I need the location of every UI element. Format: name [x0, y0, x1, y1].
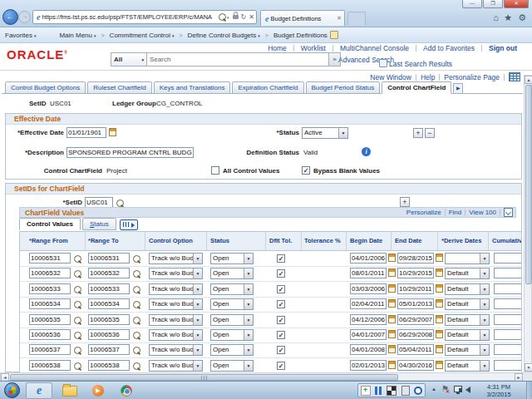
- control-option-select[interactable]: Track w/o Budg▼: [149, 329, 203, 341]
- main-menu[interactable]: Main Menu▾: [59, 32, 96, 39]
- control-option-select[interactable]: Track w/o Budg▼: [149, 314, 203, 326]
- worklist-link[interactable]: Worklist: [301, 44, 326, 52]
- bypass-blank-values-checkbox[interactable]: ✓: [302, 166, 310, 175]
- dflt-tol-checkbox[interactable]: ✓: [277, 300, 285, 308]
- tab-ruleset-chartfield[interactable]: Ruleset Chartfield: [87, 81, 152, 94]
- calendar-icon[interactable]: [436, 268, 443, 277]
- range-to-input[interactable]: [88, 283, 130, 294]
- lookup-icon[interactable]: [133, 362, 140, 370]
- personalize-page-link[interactable]: Personalize Page: [444, 73, 500, 81]
- address-bar[interactable]: e https://fms-tst.ps.sc.edu/psp/FTST/EMP…: [32, 10, 257, 24]
- show-all-columns-icon[interactable]: [120, 219, 138, 230]
- control-option-select[interactable]: Track w/o Budg▼: [149, 268, 203, 279]
- scroll-down-button[interactable]: ▼: [525, 363, 532, 372]
- add-to-favorites-link[interactable]: Add to Favorites: [423, 44, 475, 52]
- end-date-input[interactable]: [397, 268, 434, 278]
- dropdown-caret-icon[interactable]: ▾: [227, 15, 229, 20]
- lookup-icon[interactable]: [133, 286, 140, 293]
- range-from-input[interactable]: [29, 329, 71, 340]
- last-search-results[interactable]: Last Search Results: [379, 55, 452, 70]
- begin-date-input[interactable]: [350, 329, 387, 340]
- derive-dates-select[interactable]: Default▼: [445, 329, 490, 341]
- search-icon[interactable]: [219, 13, 226, 21]
- tray-checkered-icon[interactable]: [387, 386, 397, 396]
- col-control-option[interactable]: Control Option: [149, 237, 193, 244]
- col-tolerance[interactable]: Tolerance %: [304, 237, 341, 244]
- control-option-select[interactable]: Track w/o Budg▼: [149, 298, 203, 310]
- tray-app-icon[interactable]: [401, 386, 410, 396]
- range-to-input[interactable]: [88, 329, 130, 340]
- horizontal-scrollbar[interactable]: ◄ ►: [0, 372, 532, 381]
- browser-tab[interactable]: e Budget Definitions ✕: [260, 10, 345, 26]
- range-to-input[interactable]: [88, 344, 130, 355]
- col-cumulative[interactable]: Cumulative: [492, 237, 522, 244]
- effective-date-input[interactable]: [66, 127, 106, 138]
- search-scope-select[interactable]: All▾: [111, 52, 147, 66]
- begin-date-input[interactable]: [350, 298, 387, 309]
- tab-expiration-chartfield[interactable]: Expiration Chartfield: [232, 81, 303, 94]
- row-status-select[interactable]: Open▼: [210, 298, 254, 310]
- calendar-icon[interactable]: [436, 345, 443, 353]
- settings-gear-icon[interactable]: ⚙: [518, 12, 526, 22]
- control-option-select[interactable]: Track w/o Budg▼: [149, 283, 203, 295]
- sign-out-link[interactable]: Sign out: [489, 44, 517, 52]
- calendar-icon[interactable]: [109, 128, 116, 136]
- cumulative-input[interactable]: [494, 360, 522, 371]
- action-center-icon[interactable]: ⚑✕: [441, 384, 449, 393]
- tab-keys-and-translations[interactable]: Keys and Translations: [154, 81, 231, 94]
- calendar-icon[interactable]: [388, 299, 396, 308]
- tab-control-values[interactable]: Control Values: [19, 218, 81, 230]
- derive-dates-select[interactable]: Default▼: [445, 268, 490, 279]
- cumulative-input[interactable]: [494, 283, 522, 294]
- tab-budget-period-status[interactable]: Budget Period Status: [306, 81, 381, 94]
- dflt-tol-checkbox[interactable]: ✓: [277, 346, 285, 354]
- range-to-input[interactable]: [88, 253, 130, 264]
- lookup-icon[interactable]: [74, 347, 81, 354]
- end-date-input[interactable]: [397, 283, 434, 294]
- delete-row-button[interactable]: −: [425, 128, 435, 138]
- calendar-icon[interactable]: [436, 299, 443, 308]
- dflt-tol-checkbox[interactable]: ✓: [277, 316, 285, 324]
- info-icon[interactable]: i: [362, 147, 371, 156]
- taskbar-chrome[interactable]: [113, 382, 140, 399]
- derive-dates-select[interactable]: Default▼: [445, 360, 490, 372]
- col-end-date[interactable]: End Date: [395, 237, 422, 244]
- range-from-input[interactable]: [29, 283, 71, 294]
- tab-close-icon[interactable]: ✕: [337, 15, 342, 22]
- lookup-icon[interactable]: [74, 317, 81, 324]
- home-icon[interactable]: ⌂: [493, 12, 499, 22]
- calendar-icon[interactable]: [388, 315, 396, 323]
- calendar-icon[interactable]: [388, 330, 396, 338]
- description-input[interactable]: [66, 147, 194, 158]
- calendar-icon[interactable]: [388, 268, 396, 277]
- lookup-icon[interactable]: [74, 301, 81, 308]
- lookup-icon[interactable]: [133, 301, 140, 308]
- cumulative-input[interactable]: [494, 253, 522, 264]
- view-100-link[interactable]: View 100: [469, 209, 496, 216]
- layout-grid-icon[interactable]: [509, 72, 520, 81]
- help-link[interactable]: Help: [421, 73, 435, 81]
- calendar-icon[interactable]: [388, 345, 396, 353]
- taskbar-explorer[interactable]: [57, 382, 83, 399]
- end-date-input[interactable]: [397, 253, 434, 264]
- lookup-icon[interactable]: [133, 317, 140, 324]
- calendar-icon[interactable]: [436, 361, 443, 369]
- begin-date-input[interactable]: [350, 344, 387, 355]
- derive-dates-select[interactable]: Default▼: [445, 283, 490, 295]
- lookup-icon[interactable]: [133, 270, 140, 278]
- end-date-input[interactable]: [397, 360, 434, 371]
- scroll-up-button[interactable]: ▲: [525, 76, 532, 84]
- tray-target-icon[interactable]: [414, 387, 422, 395]
- end-date-input[interactable]: [397, 344, 434, 355]
- col-begin-date[interactable]: Begin Date: [350, 237, 382, 244]
- row-status-select[interactable]: Open▼: [210, 314, 254, 326]
- stop-icon[interactable]: ✕: [249, 13, 254, 21]
- col-status[interactable]: Status: [210, 237, 229, 244]
- range-to-input[interactable]: [88, 314, 130, 325]
- lookup-icon[interactable]: [133, 347, 140, 354]
- favorites-menu[interactable]: Favorites▾: [5, 32, 36, 39]
- range-to-input[interactable]: [88, 268, 130, 278]
- horizontal-scroll-thumb[interactable]: [10, 374, 398, 381]
- derive-dates-select[interactable]: ▼: [445, 253, 490, 264]
- volume-icon[interactable]: [466, 387, 470, 393]
